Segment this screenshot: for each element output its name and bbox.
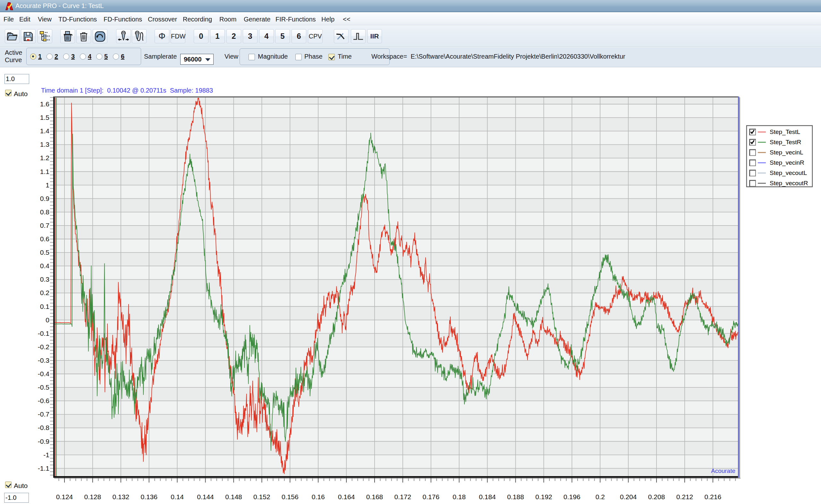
- svg-text:0.2: 0.2: [595, 493, 605, 500]
- svg-text:0.3: 0.3: [40, 276, 49, 283]
- svg-text:-0.5: -0.5: [38, 384, 49, 391]
- svg-text:0.176: 0.176: [423, 493, 440, 500]
- svg-text:0.188: 0.188: [507, 493, 524, 500]
- svg-text:-0.2: -0.2: [38, 343, 49, 351]
- svg-text:-0.4: -0.4: [38, 370, 50, 377]
- svg-text:-0.3: -0.3: [38, 357, 49, 364]
- svg-text:0.136: 0.136: [140, 493, 157, 500]
- svg-text:0.204: 0.204: [620, 493, 637, 500]
- svg-text:0.5: 0.5: [40, 249, 49, 256]
- svg-text:Acourate: Acourate: [711, 467, 735, 474]
- svg-text:1.3: 1.3: [40, 141, 49, 148]
- svg-text:0.128: 0.128: [84, 493, 101, 500]
- svg-text:0.192: 0.192: [535, 493, 552, 500]
- svg-text:0: 0: [46, 316, 49, 324]
- svg-text:Step_vecinR: Step_vecinR: [770, 159, 804, 166]
- svg-text:0.184: 0.184: [479, 493, 496, 500]
- svg-text:0.7: 0.7: [40, 222, 49, 229]
- svg-text:1.4: 1.4: [40, 127, 50, 135]
- svg-text:0.152: 0.152: [253, 493, 270, 500]
- svg-text:Step_vecoutR: Step_vecoutR: [770, 180, 808, 187]
- svg-text:1.2: 1.2: [40, 154, 49, 161]
- svg-text:Step_TestR: Step_TestR: [770, 139, 801, 146]
- svg-text:0.196: 0.196: [563, 493, 580, 500]
- svg-text:-0.6: -0.6: [38, 397, 49, 404]
- svg-text:0.132: 0.132: [112, 493, 129, 500]
- svg-text:0.4: 0.4: [40, 262, 50, 269]
- svg-text:Step_vecinL: Step_vecinL: [770, 149, 803, 156]
- svg-text:1.5: 1.5: [40, 114, 49, 121]
- svg-text:0.156: 0.156: [282, 493, 299, 500]
- svg-text:0.9: 0.9: [40, 195, 49, 202]
- svg-text:0.1: 0.1: [40, 303, 49, 310]
- svg-text:0.14: 0.14: [170, 493, 184, 500]
- svg-text:0.148: 0.148: [225, 493, 242, 500]
- svg-text:0.18: 0.18: [452, 493, 466, 500]
- svg-text:Step_TestL: Step_TestL: [770, 128, 800, 136]
- svg-text:0.208: 0.208: [648, 493, 665, 500]
- svg-text:0.172: 0.172: [394, 493, 411, 500]
- svg-text:0.16: 0.16: [312, 493, 325, 500]
- svg-text:0.144: 0.144: [197, 493, 214, 500]
- svg-text:0.212: 0.212: [676, 493, 693, 500]
- svg-text:1: 1: [46, 181, 49, 189]
- svg-text:0.164: 0.164: [338, 493, 355, 500]
- svg-text:0.216: 0.216: [705, 493, 722, 500]
- svg-text:Step_vecoutL: Step_vecoutL: [770, 169, 807, 177]
- svg-text:-1: -1: [43, 451, 49, 459]
- svg-text:0.124: 0.124: [56, 493, 73, 500]
- svg-text:-0.7: -0.7: [38, 410, 49, 418]
- svg-text:-0.9: -0.9: [38, 438, 49, 445]
- svg-text:-0.8: -0.8: [38, 424, 49, 431]
- svg-text:1.1: 1.1: [40, 168, 49, 175]
- svg-text:0.6: 0.6: [40, 235, 49, 243]
- svg-text:0.8: 0.8: [40, 208, 49, 216]
- svg-text:-0.1: -0.1: [38, 330, 49, 337]
- svg-text:0.168: 0.168: [366, 493, 383, 500]
- svg-text:-1.1: -1.1: [38, 465, 49, 472]
- svg-text:0.2: 0.2: [40, 289, 49, 296]
- svg-text:1.6: 1.6: [40, 100, 49, 108]
